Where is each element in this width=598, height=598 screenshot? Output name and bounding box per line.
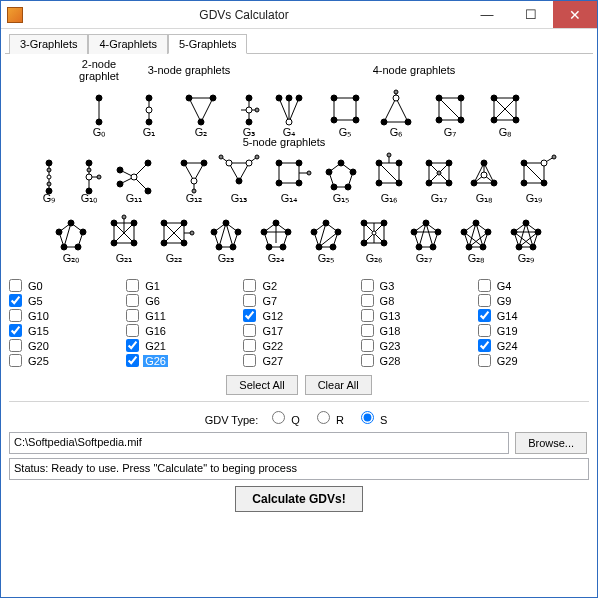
checkbox-input-g3[interactable]: [361, 279, 374, 292]
checkbox-g27[interactable]: G27: [243, 354, 354, 367]
checkbox-input-g26[interactable]: [126, 354, 139, 367]
checkbox-label: G25: [26, 355, 51, 367]
svg-point-93: [296, 180, 302, 186]
checkbox-g17[interactable]: G17: [243, 324, 354, 337]
svg-point-135: [68, 220, 74, 226]
checkbox-g5[interactable]: G5: [9, 294, 120, 307]
checkbox-input-g19[interactable]: [478, 324, 491, 337]
gdv-radio-s[interactable]: S: [356, 414, 387, 426]
svg-point-72: [117, 167, 123, 173]
checkbox-g24[interactable]: G24: [478, 339, 589, 352]
checkbox-input-g5[interactable]: [9, 294, 22, 307]
checkbox-input-g7[interactable]: [243, 294, 256, 307]
gdv-radio-q[interactable]: Q: [267, 414, 300, 426]
checkbox-g1[interactable]: G1: [126, 279, 237, 292]
svg-point-219: [516, 244, 522, 250]
checkbox-input-g1[interactable]: [126, 279, 139, 292]
svg-point-63: [97, 175, 101, 179]
checkbox-input-g0[interactable]: [9, 279, 22, 292]
svg-line-32: [384, 98, 396, 122]
select-all-button[interactable]: Select All: [226, 375, 297, 395]
minimize-button[interactable]: —: [465, 1, 509, 28]
checkbox-input-g13[interactable]: [361, 309, 374, 322]
browse-button[interactable]: Browse...: [515, 432, 587, 454]
checkbox-g16[interactable]: G16: [126, 324, 237, 337]
checkbox-g4[interactable]: G4: [478, 279, 589, 292]
tab-4-graphlets[interactable]: 4-Graphlets: [88, 34, 167, 54]
svg-marker-95: [329, 163, 353, 187]
checkbox-input-g9[interactable]: [478, 294, 491, 307]
checkbox-input-g22[interactable]: [243, 339, 256, 352]
checkbox-g12[interactable]: G12: [243, 309, 354, 322]
checkbox-input-g23[interactable]: [361, 339, 374, 352]
svg-point-64: [87, 168, 91, 172]
close-button[interactable]: ✕: [553, 1, 597, 28]
checkbox-input-g27[interactable]: [243, 354, 256, 367]
checkbox-input-g28[interactable]: [361, 354, 374, 367]
svg-point-205: [473, 220, 479, 226]
graphlet-label-4: G₄: [283, 126, 297, 138]
checkbox-input-g16[interactable]: [126, 324, 139, 337]
checkbox-input-g12[interactable]: [243, 309, 256, 322]
svg-point-22: [276, 95, 282, 101]
checkbox-g7[interactable]: G7: [243, 294, 354, 307]
checkbox-g0[interactable]: G0: [9, 279, 120, 292]
checkbox-input-g29[interactable]: [478, 354, 491, 367]
checkbox-label: G21: [143, 340, 168, 352]
checkbox-g19[interactable]: G19: [478, 324, 589, 337]
graphlet-label-24: G₂₄: [268, 252, 286, 264]
file-path-input[interactable]: C:\Softpedia\Softpedia.mif: [9, 432, 509, 454]
checkbox-input-g21[interactable]: [126, 339, 139, 352]
checkbox-g25[interactable]: G25: [9, 354, 120, 367]
checkbox-g21[interactable]: G21: [126, 339, 237, 352]
svg-point-113: [446, 160, 452, 166]
svg-point-218: [530, 244, 536, 250]
checkbox-g23[interactable]: G23: [361, 339, 472, 352]
checkbox-input-g10[interactable]: [9, 309, 22, 322]
checkbox-g26[interactable]: G26: [126, 354, 237, 367]
svg-point-55: [47, 175, 51, 179]
checkbox-label: G2: [260, 280, 279, 292]
checkbox-input-g8[interactable]: [361, 294, 374, 307]
calculate-button[interactable]: Calculate GDVs!: [235, 486, 362, 512]
checkbox-g20[interactable]: G20: [9, 339, 120, 352]
svg-point-129: [541, 160, 547, 166]
checkbox-g11[interactable]: G11: [126, 309, 237, 322]
checkbox-input-g6[interactable]: [126, 294, 139, 307]
checkbox-g10[interactable]: G10: [9, 309, 120, 322]
svg-point-105: [396, 160, 402, 166]
checkbox-input-g11[interactable]: [126, 309, 139, 322]
tab-5-graphlets[interactable]: 5-Graphlets: [168, 34, 247, 54]
checkbox-g3[interactable]: G3: [361, 279, 472, 292]
svg-point-179: [330, 244, 336, 250]
checkbox-input-g24[interactable]: [478, 339, 491, 352]
checkbox-g22[interactable]: G22: [243, 339, 354, 352]
checkbox-g29[interactable]: G29: [478, 354, 589, 367]
maximize-button[interactable]: ☐: [509, 1, 553, 28]
checkbox-g14[interactable]: G14: [478, 309, 589, 322]
checkbox-g15[interactable]: G15: [9, 324, 120, 337]
checkbox-input-g17[interactable]: [243, 324, 256, 337]
checkbox-g6[interactable]: G6: [126, 294, 237, 307]
checkbox-g8[interactable]: G8: [361, 294, 472, 307]
checkbox-g18[interactable]: G18: [361, 324, 472, 337]
checkbox-g13[interactable]: G13: [361, 309, 472, 322]
checkbox-g9[interactable]: G9: [478, 294, 589, 307]
checkbox-input-g4[interactable]: [478, 279, 491, 292]
checkbox-input-g15[interactable]: [9, 324, 22, 337]
clear-all-button[interactable]: Clear All: [305, 375, 372, 395]
tab-3-graphlets[interactable]: 3-Graphlets: [9, 34, 88, 54]
checkbox-input-g18[interactable]: [361, 324, 374, 337]
svg-point-23: [286, 95, 292, 101]
checkbox-g28[interactable]: G28: [361, 354, 472, 367]
svg-point-209: [461, 229, 467, 235]
checkbox-input-g2[interactable]: [243, 279, 256, 292]
svg-point-15: [246, 95, 252, 101]
checkbox-input-g25[interactable]: [9, 354, 22, 367]
checkbox-g2[interactable]: G2: [243, 279, 354, 292]
gdv-radio-r[interactable]: R: [312, 414, 344, 426]
svg-point-11: [210, 95, 216, 101]
checkbox-input-g14[interactable]: [478, 309, 491, 322]
svg-point-28: [353, 95, 359, 101]
checkbox-input-g20[interactable]: [9, 339, 22, 352]
